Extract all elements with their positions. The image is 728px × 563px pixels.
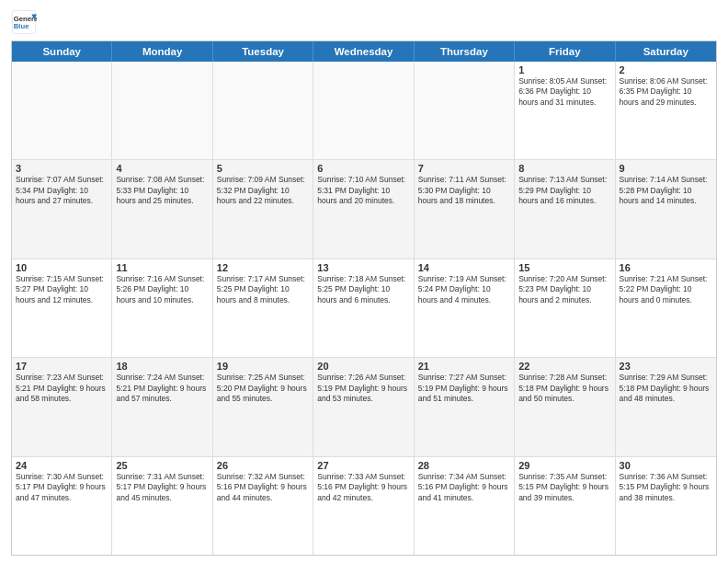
calendar-row-1: 1Sunrise: 8:05 AM Sunset: 6:36 PM Daylig… [12, 62, 716, 160]
day-number: 12 [217, 262, 309, 273]
day-info: Sunrise: 7:09 AM Sunset: 5:32 PM Dayligh… [217, 175, 309, 206]
calendar-row-2: 3Sunrise: 7:07 AM Sunset: 5:34 PM Daylig… [12, 160, 716, 259]
day-number: 21 [418, 361, 510, 372]
calendar-cell: 6Sunrise: 7:10 AM Sunset: 5:31 PM Daylig… [313, 160, 414, 258]
calendar-cell: 10Sunrise: 7:15 AM Sunset: 5:27 PM Dayli… [12, 259, 112, 357]
day-info: Sunrise: 7:11 AM Sunset: 5:30 PM Dayligh… [418, 175, 510, 206]
day-number: 29 [518, 460, 610, 471]
day-info: Sunrise: 7:27 AM Sunset: 5:19 PM Dayligh… [418, 373, 510, 404]
day-number: 8 [518, 163, 610, 174]
day-number: 6 [317, 163, 409, 174]
day-info: Sunrise: 7:31 AM Sunset: 5:17 PM Dayligh… [116, 472, 208, 503]
calendar-cell: 18Sunrise: 7:24 AM Sunset: 5:21 PM Dayli… [112, 358, 212, 455]
calendar-cell: 7Sunrise: 7:11 AM Sunset: 5:30 PM Daylig… [415, 160, 515, 258]
day-number: 11 [116, 262, 208, 273]
calendar-cell: 9Sunrise: 7:14 AM Sunset: 5:28 PM Daylig… [616, 160, 716, 258]
calendar-cell [213, 62, 313, 159]
calendar-cell: 12Sunrise: 7:17 AM Sunset: 5:25 PM Dayli… [213, 259, 313, 357]
day-info: Sunrise: 7:19 AM Sunset: 5:24 PM Dayligh… [418, 274, 510, 305]
calendar-cell: 4Sunrise: 7:08 AM Sunset: 5:33 PM Daylig… [112, 160, 212, 258]
day-info: Sunrise: 7:35 AM Sunset: 5:15 PM Dayligh… [518, 472, 610, 503]
day-number: 10 [16, 262, 108, 273]
calendar-cell: 26Sunrise: 7:32 AM Sunset: 5:16 PM Dayli… [213, 457, 313, 555]
calendar-cell: 17Sunrise: 7:23 AM Sunset: 5:21 PM Dayli… [12, 358, 112, 455]
day-number: 19 [217, 361, 309, 372]
day-info: Sunrise: 7:14 AM Sunset: 5:28 PM Dayligh… [620, 175, 712, 206]
calendar-cell: 2Sunrise: 8:06 AM Sunset: 6:35 PM Daylig… [616, 62, 716, 159]
day-number: 16 [620, 262, 712, 273]
day-info: Sunrise: 7:26 AM Sunset: 5:19 PM Dayligh… [317, 373, 409, 404]
day-info: Sunrise: 7:24 AM Sunset: 5:21 PM Dayligh… [116, 373, 208, 404]
calendar-cell: 5Sunrise: 7:09 AM Sunset: 5:32 PM Daylig… [213, 160, 313, 258]
logo: General Blue [11, 9, 37, 35]
logo-icon: General Blue [11, 9, 37, 35]
svg-text:Blue: Blue [14, 22, 29, 30]
day-info: Sunrise: 7:15 AM Sunset: 5:27 PM Dayligh… [16, 274, 108, 305]
day-number: 24 [16, 460, 108, 471]
calendar-cell: 22Sunrise: 7:28 AM Sunset: 5:18 PM Dayli… [515, 358, 615, 455]
day-number: 30 [620, 460, 712, 471]
header-day-wednesday: Wednesday [313, 41, 414, 62]
day-info: Sunrise: 7:28 AM Sunset: 5:18 PM Dayligh… [518, 373, 610, 404]
header-day-tuesday: Tuesday [213, 41, 313, 62]
header-day-sunday: Sunday [12, 41, 112, 62]
calendar-cell: 1Sunrise: 8:05 AM Sunset: 6:36 PM Daylig… [515, 62, 615, 159]
day-info: Sunrise: 7:20 AM Sunset: 5:23 PM Dayligh… [518, 274, 610, 305]
day-info: Sunrise: 7:18 AM Sunset: 5:25 PM Dayligh… [317, 274, 409, 305]
day-number: 25 [116, 460, 208, 471]
calendar-cell: 8Sunrise: 7:13 AM Sunset: 5:29 PM Daylig… [515, 160, 615, 258]
day-number: 13 [317, 262, 409, 273]
calendar-row-3: 10Sunrise: 7:15 AM Sunset: 5:27 PM Dayli… [12, 259, 716, 358]
calendar-cell: 20Sunrise: 7:26 AM Sunset: 5:19 PM Dayli… [313, 358, 414, 455]
day-number: 26 [217, 460, 309, 471]
calendar-cell [12, 62, 112, 159]
calendar-cell [415, 62, 515, 159]
header-day-saturday: Saturday [616, 41, 716, 62]
day-number: 18 [116, 361, 208, 372]
calendar-row-4: 17Sunrise: 7:23 AM Sunset: 5:21 PM Dayli… [12, 358, 716, 456]
day-number: 3 [16, 163, 108, 174]
day-number: 15 [518, 262, 610, 273]
day-info: Sunrise: 7:25 AM Sunset: 5:20 PM Dayligh… [217, 373, 309, 404]
day-info: Sunrise: 7:36 AM Sunset: 5:15 PM Dayligh… [620, 472, 712, 503]
day-number: 5 [217, 163, 309, 174]
calendar-cell: 24Sunrise: 7:30 AM Sunset: 5:17 PM Dayli… [12, 457, 112, 555]
calendar-cell: 13Sunrise: 7:18 AM Sunset: 5:25 PM Dayli… [313, 259, 414, 357]
day-number: 9 [620, 163, 712, 174]
calendar-cell: 11Sunrise: 7:16 AM Sunset: 5:26 PM Dayli… [112, 259, 212, 357]
day-number: 28 [418, 460, 510, 471]
header: General Blue [11, 9, 717, 35]
day-number: 4 [116, 163, 208, 174]
day-number: 1 [518, 64, 610, 75]
calendar-cell: 19Sunrise: 7:25 AM Sunset: 5:20 PM Dayli… [213, 358, 313, 455]
day-info: Sunrise: 7:23 AM Sunset: 5:21 PM Dayligh… [16, 373, 108, 404]
day-number: 20 [317, 361, 409, 372]
day-number: 7 [418, 163, 510, 174]
day-info: Sunrise: 7:32 AM Sunset: 5:16 PM Dayligh… [217, 472, 309, 503]
day-info: Sunrise: 8:05 AM Sunset: 6:36 PM Dayligh… [518, 76, 610, 108]
day-info: Sunrise: 7:17 AM Sunset: 5:25 PM Dayligh… [217, 274, 309, 305]
calendar-cell: 14Sunrise: 7:19 AM Sunset: 5:24 PM Dayli… [415, 259, 515, 357]
day-number: 23 [620, 361, 712, 372]
calendar-cell [313, 62, 414, 159]
header-day-monday: Monday [112, 41, 212, 62]
calendar-body: 1Sunrise: 8:05 AM Sunset: 6:36 PM Daylig… [12, 62, 716, 555]
calendar-cell [112, 62, 212, 159]
calendar-cell: 15Sunrise: 7:20 AM Sunset: 5:23 PM Dayli… [515, 259, 615, 357]
day-info: Sunrise: 8:06 AM Sunset: 6:35 PM Dayligh… [620, 76, 712, 108]
day-info: Sunrise: 7:07 AM Sunset: 5:34 PM Dayligh… [16, 175, 108, 206]
calendar-cell: 29Sunrise: 7:35 AM Sunset: 5:15 PM Dayli… [515, 457, 615, 555]
day-info: Sunrise: 7:33 AM Sunset: 5:16 PM Dayligh… [317, 472, 409, 503]
day-info: Sunrise: 7:10 AM Sunset: 5:31 PM Dayligh… [317, 175, 409, 206]
page: General Blue SundayMondayTuesdayWednesda… [0, 0, 728, 563]
calendar-cell: 3Sunrise: 7:07 AM Sunset: 5:34 PM Daylig… [12, 160, 112, 258]
day-number: 27 [317, 460, 409, 471]
header-day-friday: Friday [515, 41, 615, 62]
day-number: 17 [16, 361, 108, 372]
calendar-cell: 27Sunrise: 7:33 AM Sunset: 5:16 PM Dayli… [313, 457, 414, 555]
day-info: Sunrise: 7:34 AM Sunset: 5:16 PM Dayligh… [418, 472, 510, 503]
calendar: SundayMondayTuesdayWednesdayThursdayFrid… [11, 40, 717, 556]
day-info: Sunrise: 7:29 AM Sunset: 5:18 PM Dayligh… [620, 373, 712, 404]
calendar-cell: 28Sunrise: 7:34 AM Sunset: 5:16 PM Dayli… [415, 457, 515, 555]
day-info: Sunrise: 7:13 AM Sunset: 5:29 PM Dayligh… [518, 175, 610, 206]
